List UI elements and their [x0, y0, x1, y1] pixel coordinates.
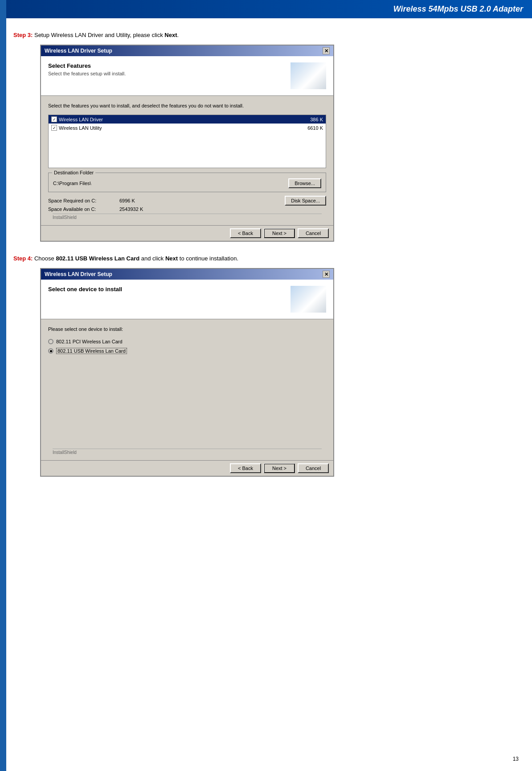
step4-radio-1[interactable] — [48, 348, 53, 354]
step4-section-title: Select one device to install — [48, 286, 122, 293]
step4-radio-0[interactable] — [48, 339, 53, 344]
step3-feature-list-empty — [49, 132, 326, 168]
step3-back-button[interactable]: < Back — [230, 228, 261, 238]
step3-space-available-row: Space Available on C: 2543932 K — [48, 206, 326, 212]
step3-feature-name-1: Wireless LAN Utility — [59, 125, 102, 131]
step4-dialog-footer: < Back Next > Cancel — [41, 460, 333, 476]
step4-dialog: Wireless LAN Driver Setup ✕ Select one d… — [40, 268, 334, 477]
page-number: 13 — [513, 756, 519, 762]
step4-dialog-close-button[interactable]: ✕ — [323, 271, 330, 278]
step3-dialog-header-text: Select Features Select the features setu… — [48, 62, 126, 76]
step3-space-available-value: 2543932 K — [119, 206, 155, 212]
step4-dialog-header: Select one device to install — [41, 280, 333, 319]
step3-dialog-footer: < Back Next > Cancel — [41, 225, 333, 241]
step3-space-required-value: 6996 K — [119, 198, 155, 203]
step4-header-image — [291, 286, 326, 313]
step4-dialog-titlebar: Wireless LAN Driver Setup ✕ — [41, 269, 333, 280]
step3-dialog-inner: Select the features you want to install,… — [41, 96, 333, 225]
step3-section-title: Select Features — [48, 62, 126, 69]
step3-browse-button[interactable]: Browse... — [288, 178, 321, 188]
step4-text-part2: and click — [141, 255, 164, 262]
left-blue-bar — [0, 0, 6, 771]
step3-space-available-label: Space Available on C: — [48, 206, 119, 212]
step3-feature-size-0: 386 K — [310, 117, 323, 122]
step3-feature-size-1: 6610 K — [307, 125, 323, 131]
step3-section-desc: Select the features setup will install. — [48, 71, 126, 76]
step3-text: Step 3: Setup Wireless LAN Driver and Ut… — [13, 32, 519, 38]
step3-cancel-button[interactable]: Cancel — [298, 228, 329, 238]
step4-next-button[interactable]: Next > — [264, 463, 295, 473]
step3-dialog-header: Select Features Select the features setu… — [41, 56, 333, 96]
step4-bold2: Next — [165, 255, 178, 262]
step3-dialog-close-button[interactable]: ✕ — [323, 47, 330, 54]
step4-label: Step 4: — [13, 255, 33, 262]
step3-next-button[interactable]: Next > — [264, 228, 295, 238]
step3-dest-path: C:\Program Files\ — [53, 181, 91, 186]
step3-label: Step 3: — [13, 32, 33, 38]
step3-inner-desc: Select the features you want to install,… — [48, 100, 326, 111]
step4-cancel-button[interactable]: Cancel — [298, 463, 329, 473]
step3-feature-list: ✓ Wireless LAN Driver 386 K ✓ Wireless L… — [48, 115, 326, 168]
step3-feature-row-1[interactable]: ✓ Wireless LAN Utility 6610 K — [49, 124, 326, 132]
step4-text: Step 4: Choose 802.11 USB Wireless Lan C… — [13, 255, 519, 262]
step3-installshield-label: InstallShield — [53, 214, 322, 220]
step4-radio-label-1: 802.11 USB Wireless Lan Card — [56, 348, 127, 354]
step4-radio-label-0: 802.11 PCI Wireless Lan Card — [56, 339, 123, 344]
step4-dialog-body: Select one device to install Please sele… — [41, 280, 333, 476]
step3-next-word: Next — [164, 32, 177, 38]
step3-dest-row: C:\Program Files\ Browse... — [53, 178, 321, 188]
step4-dialog-header-text: Select one device to install — [48, 286, 122, 294]
step4-back-button[interactable]: < Back — [230, 463, 261, 473]
step3-header-image — [291, 62, 326, 89]
step3-dialog-title: Wireless LAN Driver Setup — [45, 48, 112, 54]
step3-space-required-label: Space Required on C: — [48, 198, 119, 203]
header-title: Wireless 54Mpbs USB 2.0 Adapter — [393, 4, 523, 13]
step4-dialog-title: Wireless LAN Driver Setup — [45, 271, 112, 277]
step3-space-required-row: Space Required on C: 6996 K Disk Space..… — [48, 196, 326, 206]
step3-feature-name-0: Wireless LAN Driver — [59, 117, 103, 122]
step3-dest-label: Destination Folder — [52, 170, 95, 175]
step4-text-part3: to continue installation. — [180, 255, 238, 262]
step4-installshield-label: InstallShield — [53, 449, 322, 455]
step4-inner-desc: Please select one device to install: — [48, 324, 326, 334]
step3-dialog: Wireless LAN Driver Setup ✕ Select Featu… — [40, 45, 334, 242]
step3-checkbox-1[interactable]: ✓ — [51, 125, 57, 131]
step3-feature-row-0[interactable]: ✓ Wireless LAN Driver 386 K — [49, 115, 326, 124]
step3-dest-folder-group: Destination Folder C:\Program Files\ Bro… — [48, 173, 326, 192]
step4-empty-space — [48, 358, 326, 447]
step4-radio-row-1: 802.11 USB Wireless Lan Card — [48, 348, 326, 354]
step4-radio-row-0: 802.11 PCI Wireless Lan Card — [48, 339, 326, 344]
step3-disk-space-button[interactable]: Disk Space... — [285, 196, 326, 206]
step4-text-part1: Choose — [34, 255, 54, 262]
step4-radio-group: 802.11 PCI Wireless Lan Card 802.11 USB … — [48, 339, 326, 354]
step3-dialog-body: Select Features Select the features setu… — [41, 56, 333, 241]
step3-dialog-titlebar: Wireless LAN Driver Setup ✕ — [41, 45, 333, 56]
step3-description: Setup Wireless LAN Driver and Utility, p… — [34, 32, 163, 38]
step4-dialog-inner: Please select one device to install: 802… — [41, 319, 333, 460]
step3-checkbox-0[interactable]: ✓ — [51, 116, 57, 122]
page-header: Wireless 54Mpbs USB 2.0 Adapter — [0, 0, 532, 18]
step4-bold1: 802.11 USB Wireless Lan Card — [56, 255, 139, 262]
